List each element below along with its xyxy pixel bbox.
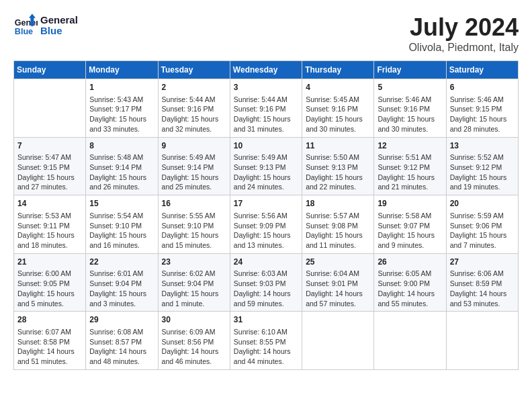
day-number: 17 — [234, 198, 298, 210]
cell-content: Sunrise: 5:52 AM Sunset: 9:12 PM Dayligh… — [450, 152, 515, 192]
logo-icon: General Blue — [13, 13, 38, 38]
logo-line1: General — [40, 15, 78, 26]
calendar-cell: 23Sunrise: 6:02 AM Sunset: 9:04 PM Dayli… — [158, 253, 230, 312]
cell-content: Sunrise: 5:50 AM Sunset: 9:13 PM Dayligh… — [306, 152, 370, 192]
day-number: 6 — [450, 82, 515, 93]
calendar-cell — [374, 312, 446, 370]
calendar-cell: 17Sunrise: 5:56 AM Sunset: 9:09 PM Dayli… — [230, 195, 302, 254]
page-header: General Blue General Blue July 2024 Oliv… — [13, 13, 519, 54]
day-number: 29 — [89, 314, 154, 326]
cell-content: Sunrise: 5:47 AM Sunset: 9:15 PM Dayligh… — [17, 152, 82, 192]
cell-content: Sunrise: 5:53 AM Sunset: 9:11 PM Dayligh… — [17, 211, 82, 250]
header-cell-saturday: Saturday — [446, 61, 518, 79]
header-cell-wednesday: Wednesday — [230, 61, 302, 79]
calendar-cell: 29Sunrise: 6:08 AM Sunset: 8:57 PM Dayli… — [86, 312, 158, 370]
day-number: 18 — [306, 198, 370, 210]
day-number: 21 — [17, 257, 82, 268]
calendar-week-row: 14Sunrise: 5:53 AM Sunset: 9:11 PM Dayli… — [14, 195, 519, 254]
logo-line2: Blue — [40, 26, 78, 37]
calendar-cell: 26Sunrise: 6:05 AM Sunset: 9:00 PM Dayli… — [374, 253, 446, 312]
cell-content: Sunrise: 6:04 AM Sunset: 9:01 PM Dayligh… — [306, 269, 370, 308]
day-number: 31 — [234, 314, 298, 326]
cell-content: Sunrise: 6:00 AM Sunset: 9:05 PM Dayligh… — [17, 269, 82, 308]
calendar-cell: 6Sunrise: 5:46 AM Sunset: 9:15 PM Daylig… — [446, 79, 518, 138]
day-number: 3 — [234, 82, 298, 93]
calendar-cell: 10Sunrise: 5:49 AM Sunset: 9:13 PM Dayli… — [230, 137, 302, 195]
calendar-cell: 18Sunrise: 5:57 AM Sunset: 9:08 PM Dayli… — [302, 195, 374, 254]
cell-content: Sunrise: 5:44 AM Sunset: 9:16 PM Dayligh… — [234, 95, 298, 134]
day-number: 20 — [450, 198, 515, 210]
day-number: 1 — [89, 82, 154, 93]
calendar-cell: 11Sunrise: 5:50 AM Sunset: 9:13 PM Dayli… — [302, 137, 374, 195]
cell-content: Sunrise: 5:48 AM Sunset: 9:14 PM Dayligh… — [89, 152, 154, 192]
calendar-cell: 16Sunrise: 5:55 AM Sunset: 9:10 PM Dayli… — [158, 195, 230, 254]
day-number: 24 — [234, 257, 298, 268]
day-number: 8 — [89, 140, 154, 152]
calendar-cell: 22Sunrise: 6:01 AM Sunset: 9:04 PM Dayli… — [86, 253, 158, 312]
day-number: 7 — [17, 140, 82, 152]
day-number: 23 — [162, 257, 226, 268]
day-number: 19 — [378, 198, 442, 210]
cell-content: Sunrise: 6:02 AM Sunset: 9:04 PM Dayligh… — [162, 269, 226, 308]
calendar-cell: 2Sunrise: 5:44 AM Sunset: 9:16 PM Daylig… — [158, 79, 230, 138]
day-number: 4 — [306, 82, 370, 93]
cell-content: Sunrise: 6:03 AM Sunset: 9:03 PM Dayligh… — [234, 269, 298, 308]
calendar-cell: 5Sunrise: 5:46 AM Sunset: 9:16 PM Daylig… — [374, 79, 446, 138]
location-subtitle: Olivola, Piedmont, Italy — [408, 42, 519, 54]
calendar-cell: 3Sunrise: 5:44 AM Sunset: 9:16 PM Daylig… — [230, 79, 302, 138]
day-number: 5 — [378, 82, 442, 93]
calendar-cell: 1Sunrise: 5:43 AM Sunset: 9:17 PM Daylig… — [86, 79, 158, 138]
cell-content: Sunrise: 6:07 AM Sunset: 8:58 PM Dayligh… — [17, 327, 82, 367]
day-number: 12 — [378, 140, 442, 152]
day-number: 15 — [89, 198, 154, 210]
cell-content: Sunrise: 5:43 AM Sunset: 9:17 PM Dayligh… — [89, 95, 154, 134]
cell-content: Sunrise: 5:59 AM Sunset: 9:06 PM Dayligh… — [450, 211, 515, 250]
day-number: 11 — [306, 140, 370, 152]
cell-content: Sunrise: 6:06 AM Sunset: 8:59 PM Dayligh… — [450, 269, 515, 308]
cell-content: Sunrise: 6:05 AM Sunset: 9:00 PM Dayligh… — [378, 269, 442, 308]
calendar-cell: 12Sunrise: 5:51 AM Sunset: 9:12 PM Dayli… — [374, 137, 446, 195]
calendar-week-row: 28Sunrise: 6:07 AM Sunset: 8:58 PM Dayli… — [14, 312, 519, 370]
calendar-cell: 13Sunrise: 5:52 AM Sunset: 9:12 PM Dayli… — [446, 137, 518, 195]
calendar-week-row: 7Sunrise: 5:47 AM Sunset: 9:15 PM Daylig… — [14, 137, 519, 195]
calendar-cell: 27Sunrise: 6:06 AM Sunset: 8:59 PM Dayli… — [446, 253, 518, 312]
calendar-cell: 7Sunrise: 5:47 AM Sunset: 9:15 PM Daylig… — [14, 137, 86, 195]
day-number: 22 — [89, 257, 154, 268]
calendar-cell: 31Sunrise: 6:10 AM Sunset: 8:55 PM Dayli… — [230, 312, 302, 370]
cell-content: Sunrise: 5:57 AM Sunset: 9:08 PM Dayligh… — [306, 211, 370, 250]
cell-content: Sunrise: 5:49 AM Sunset: 9:13 PM Dayligh… — [234, 152, 298, 192]
header-cell-friday: Friday — [374, 61, 446, 79]
calendar-cell: 30Sunrise: 6:09 AM Sunset: 8:56 PM Dayli… — [158, 312, 230, 370]
header-cell-monday: Monday — [86, 61, 158, 79]
day-number: 30 — [162, 314, 226, 326]
cell-content: Sunrise: 6:10 AM Sunset: 8:55 PM Dayligh… — [234, 327, 298, 367]
calendar-cell: 9Sunrise: 5:49 AM Sunset: 9:14 PM Daylig… — [158, 137, 230, 195]
day-number: 16 — [162, 198, 226, 210]
calendar-cell: 21Sunrise: 6:00 AM Sunset: 9:05 PM Dayli… — [14, 253, 86, 312]
day-number: 2 — [162, 82, 226, 93]
header-cell-thursday: Thursday — [302, 61, 374, 79]
calendar-cell — [446, 312, 518, 370]
day-number: 25 — [306, 257, 370, 268]
calendar-table: SundayMondayTuesdayWednesdayThursdayFrid… — [13, 60, 519, 370]
day-number: 13 — [450, 140, 515, 152]
cell-content: Sunrise: 6:09 AM Sunset: 8:56 PM Dayligh… — [162, 327, 226, 367]
logo: General Blue General Blue — [13, 13, 78, 38]
cell-content: Sunrise: 5:56 AM Sunset: 9:09 PM Dayligh… — [234, 211, 298, 250]
calendar-cell: 4Sunrise: 5:45 AM Sunset: 9:16 PM Daylig… — [302, 79, 374, 138]
cell-content: Sunrise: 5:54 AM Sunset: 9:10 PM Dayligh… — [89, 211, 154, 250]
calendar-cell — [14, 79, 86, 138]
calendar-cell: 14Sunrise: 5:53 AM Sunset: 9:11 PM Dayli… — [14, 195, 86, 254]
day-number: 27 — [450, 257, 515, 268]
cell-content: Sunrise: 5:51 AM Sunset: 9:12 PM Dayligh… — [378, 152, 442, 192]
calendar-week-row: 21Sunrise: 6:00 AM Sunset: 9:05 PM Dayli… — [14, 253, 519, 312]
title-block: July 2024 Olivola, Piedmont, Italy — [408, 13, 519, 54]
calendar-cell: 8Sunrise: 5:48 AM Sunset: 9:14 PM Daylig… — [86, 137, 158, 195]
cell-content: Sunrise: 6:08 AM Sunset: 8:57 PM Dayligh… — [89, 327, 154, 367]
day-number: 26 — [378, 257, 442, 268]
calendar-week-row: 1Sunrise: 5:43 AM Sunset: 9:17 PM Daylig… — [14, 79, 519, 138]
calendar-cell: 24Sunrise: 6:03 AM Sunset: 9:03 PM Dayli… — [230, 253, 302, 312]
day-number: 9 — [162, 140, 226, 152]
calendar-cell: 28Sunrise: 6:07 AM Sunset: 8:58 PM Dayli… — [14, 312, 86, 370]
cell-content: Sunrise: 5:45 AM Sunset: 9:16 PM Dayligh… — [306, 95, 370, 134]
